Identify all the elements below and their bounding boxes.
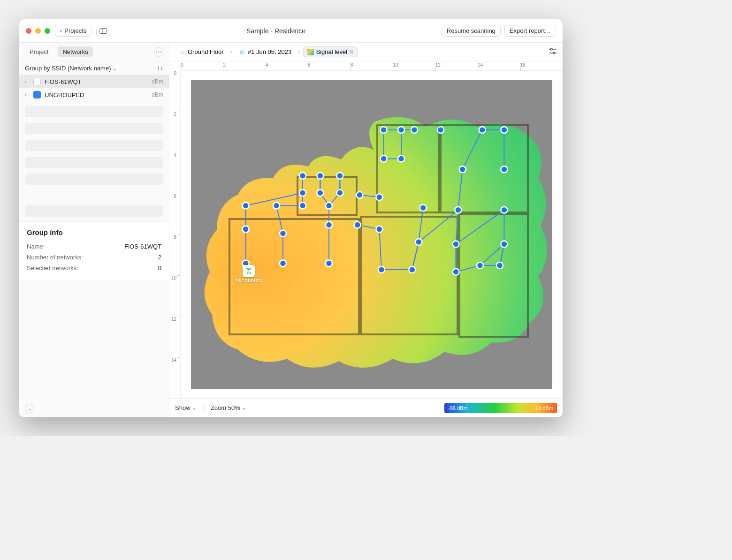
svg-line-33 xyxy=(463,130,482,169)
svg-line-40 xyxy=(276,206,283,234)
svg-point-92 xyxy=(496,262,503,269)
canvas-viewport[interactable]: 02468101214 xyxy=(169,61,563,398)
svg-point-78 xyxy=(280,230,286,237)
svg-point-84 xyxy=(501,241,507,247)
heatmap-icon xyxy=(307,49,314,55)
svg-line-44 xyxy=(456,210,504,244)
bottom-bar: Show ⌄ | Zoom 50% ⌄ -96 dBm -10 dBm xyxy=(169,398,563,417)
fullscreen-icon[interactable] xyxy=(45,28,50,34)
target-icon: ◎ xyxy=(239,49,245,55)
updown-icon: ⇅ xyxy=(350,49,353,54)
svg-point-66 xyxy=(317,189,323,196)
placeholder-rows xyxy=(19,101,169,221)
sidebar-icon xyxy=(99,28,107,34)
svg-point-59 xyxy=(398,155,404,162)
svg-line-43 xyxy=(419,210,458,242)
tab-networks[interactable]: Networks xyxy=(58,46,92,57)
svg-point-76 xyxy=(501,207,507,213)
window-controls xyxy=(26,28,50,34)
svg-point-58 xyxy=(381,155,387,162)
svg-point-62 xyxy=(299,173,306,179)
house-icon: ⌂ xyxy=(179,49,185,55)
svg-point-53 xyxy=(398,127,404,133)
breadcrumb-floor[interactable]: ⌂ Ground Floor xyxy=(175,47,228,57)
sidebar-toggle-button[interactable] xyxy=(96,26,110,36)
collapse-sidebar-icon[interactable]: ⌄ xyxy=(25,404,34,413)
svg-point-88 xyxy=(378,266,385,273)
svg-point-57 xyxy=(501,127,507,133)
minimize-icon[interactable] xyxy=(35,28,41,34)
svg-point-87 xyxy=(326,260,332,266)
breadcrumb-survey[interactable]: ◎ #1 Jun 05, 2023 xyxy=(235,47,295,57)
titlebar: ‹ Projects Sample - Residence Resume sca… xyxy=(19,19,563,43)
group-info-heading: Group info xyxy=(27,228,161,236)
svg-line-45 xyxy=(412,242,419,270)
network-list: › FiOS-61WQT dBm › − UNGROUPED dBm xyxy=(19,75,169,101)
svg-point-72 xyxy=(299,203,306,209)
group-by-dropdown[interactable]: Group by SSID (Network name) ⌄ xyxy=(25,65,157,72)
svg-line-21 xyxy=(419,208,423,242)
sort-toggle-icon[interactable]: ↑↓ xyxy=(157,64,163,72)
sidebar-tabs: Project Networks ⋯ xyxy=(19,43,169,61)
back-label: Projects xyxy=(64,27,86,34)
ruler-vertical: 02468101214 xyxy=(169,71,181,398)
color-scale-legend: -96 dBm -10 dBm xyxy=(444,403,557,413)
chevron-left-icon: ‹ xyxy=(60,27,62,34)
svg-point-69 xyxy=(376,194,382,200)
legend-max: -10 dBm xyxy=(534,405,553,411)
disclosure-icon[interactable]: › xyxy=(25,79,30,84)
network-name: FiOS-61WQT xyxy=(45,78,148,85)
svg-point-56 xyxy=(479,127,486,133)
close-icon[interactable] xyxy=(26,28,31,34)
access-point-marker[interactable]: 2G NETGEAR01 xyxy=(236,265,262,283)
svg-point-60 xyxy=(459,166,466,173)
resume-scanning-button[interactable]: Resume scanning xyxy=(442,25,501,37)
svg-line-11 xyxy=(458,169,462,210)
export-report-button[interactable]: Export report… xyxy=(504,25,556,37)
more-actions-icon[interactable]: ⋯ xyxy=(154,47,163,57)
color-swatch[interactable]: − xyxy=(33,91,41,98)
svg-point-75 xyxy=(455,207,461,213)
app-window: ‹ Projects Sample - Residence Resume sca… xyxy=(19,19,563,417)
svg-point-63 xyxy=(317,173,323,179)
svg-point-54 xyxy=(411,127,418,133)
network-item-ungrouped[interactable]: › − UNGROUPED dBm xyxy=(19,88,169,101)
svg-point-64 xyxy=(336,173,343,179)
svg-point-5 xyxy=(553,52,555,54)
svg-point-90 xyxy=(453,269,459,275)
svg-point-70 xyxy=(243,203,249,209)
color-swatch[interactable] xyxy=(33,78,41,85)
survey-path xyxy=(191,80,552,389)
settings-sliders-icon[interactable] xyxy=(549,48,557,56)
svg-line-49 xyxy=(379,229,381,270)
network-unit: dBm xyxy=(152,91,163,98)
svg-point-61 xyxy=(501,166,507,173)
svg-point-3 xyxy=(550,48,552,50)
legend-min: -96 dBm xyxy=(448,405,468,411)
svg-point-80 xyxy=(354,222,361,228)
svg-point-83 xyxy=(453,241,459,247)
svg-point-91 xyxy=(477,262,483,269)
chevron-right-icon: › xyxy=(298,48,300,55)
tab-project[interactable]: Project xyxy=(25,46,53,57)
svg-point-55 xyxy=(437,127,444,133)
show-dropdown[interactable]: Show ⌄ xyxy=(175,404,196,411)
svg-point-86 xyxy=(280,260,286,266)
network-item-fios[interactable]: › FiOS-61WQT dBm xyxy=(19,75,169,88)
network-name: UNGROUPED xyxy=(45,91,148,98)
svg-point-52 xyxy=(381,127,387,133)
back-projects-button[interactable]: ‹ Projects xyxy=(55,25,92,37)
svg-point-73 xyxy=(326,203,332,209)
svg-point-71 xyxy=(273,203,280,209)
disclosure-icon[interactable]: › xyxy=(25,92,30,98)
floorplan-heatmap[interactable]: 2G NETGEAR01 xyxy=(191,80,552,389)
group-info-panel: Group info Name:FiOS-61WQT Number of net… xyxy=(19,221,169,280)
sidebar: Project Networks ⋯ Group by SSID (Networ… xyxy=(19,43,169,417)
visualization-dropdown[interactable]: Signal level ⇅ xyxy=(303,46,358,57)
window-title: Sample - Residence xyxy=(115,27,436,35)
ap-label: NETGEAR01 xyxy=(236,278,262,283)
svg-point-79 xyxy=(326,222,332,228)
zoom-dropdown[interactable]: Zoom 50% ⌄ xyxy=(211,404,246,411)
svg-point-81 xyxy=(376,226,382,233)
svg-point-82 xyxy=(415,239,422,245)
